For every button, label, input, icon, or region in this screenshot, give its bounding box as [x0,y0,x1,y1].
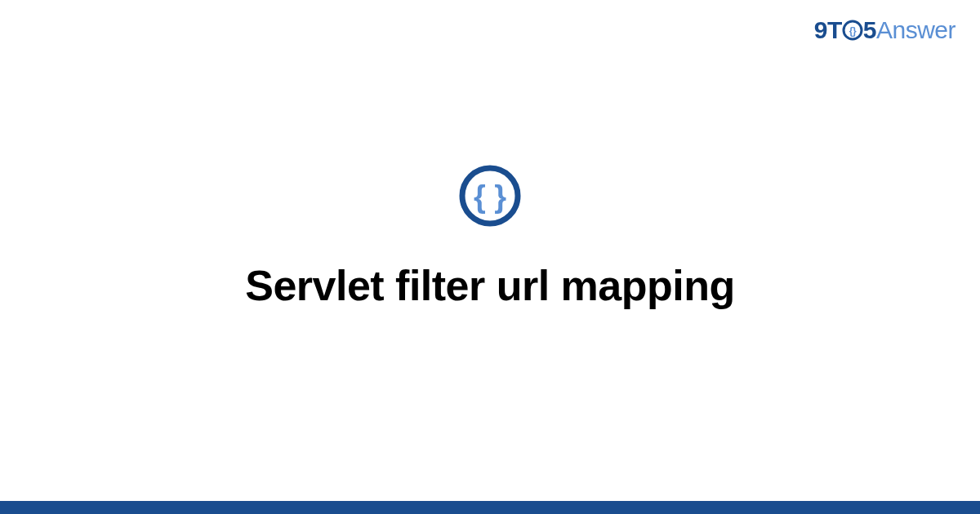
logo-9t: 9T [814,16,842,43]
logo-o-icon: {} [842,20,863,41]
bottom-accent-bar [0,501,980,514]
braces-icon: { } [457,163,523,228]
svg-text:{}: {} [849,25,857,37]
svg-text:{ }: { } [474,179,506,214]
center-content: { } Servlet filter url mapping [0,163,980,310]
page-title: Servlet filter url mapping [245,261,735,310]
logo-answer: Answer [876,16,956,43]
site-logo: 9T{}5Answer [814,16,956,44]
logo-5: 5 [863,16,876,43]
